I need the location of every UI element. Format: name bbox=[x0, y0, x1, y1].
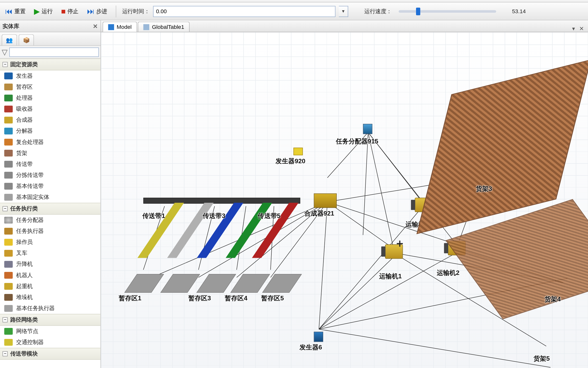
lib-item-operator[interactable]: 操作员 bbox=[0, 237, 100, 248]
lib-item-processor[interactable]: 处理器 bbox=[0, 92, 100, 103]
task-executer-icon bbox=[4, 228, 13, 235]
library-tab-objects[interactable]: 👥 bbox=[2, 34, 17, 45]
stop-icon: ■ bbox=[61, 7, 66, 15]
label-dispatcher-915: 任务分配器915 bbox=[336, 137, 378, 145]
rack-icon bbox=[4, 150, 13, 157]
close-icon[interactable]: ✕ bbox=[579, 25, 584, 32]
dispatcher-915[interactable] bbox=[363, 124, 372, 134]
queue-icon bbox=[4, 84, 13, 90]
source-920[interactable] bbox=[293, 148, 303, 155]
model-3d-view[interactable]: 传送带1 传送带3 传送带5 暂存区1 暂存区3 暂存区4 暂存区5 发生器92… bbox=[101, 32, 588, 368]
lib-item-sink[interactable]: 吸收器 bbox=[0, 104, 100, 115]
filter-row: ▽ bbox=[0, 46, 100, 58]
queue-2[interactable] bbox=[160, 274, 200, 292]
label-conveyor-3: 传送带3 bbox=[203, 212, 225, 220]
lib-item-traffic-control[interactable]: 交通控制器 bbox=[0, 337, 100, 348]
group-fixed-resources[interactable]: − 固定资源类 bbox=[0, 59, 100, 71]
library-mode-tabs: 👥 📦 bbox=[0, 32, 100, 46]
operator-icon bbox=[4, 239, 13, 246]
lib-item-combiner[interactable]: 合成器 bbox=[0, 115, 100, 126]
source-icon bbox=[4, 73, 13, 79]
lib-item-crane[interactable]: 起重机 bbox=[0, 281, 100, 292]
entity-library-panel: 实体库 ✕ 👥 📦 ▽ − 固定资源类 发生器 暂存区 处理器 吸收器 bbox=[0, 20, 101, 368]
skip-back-icon: ⏮ bbox=[5, 7, 13, 15]
stop-button[interactable]: ■ 停止 bbox=[59, 6, 81, 17]
svg-line-20 bbox=[319, 329, 550, 367]
lib-item-dispatcher[interactable]: 任务分配器 bbox=[0, 215, 100, 226]
source-6[interactable] bbox=[314, 332, 323, 342]
dispatcher-icon bbox=[4, 217, 13, 224]
lib-item-basic-conveyor[interactable]: 基本传送带 bbox=[0, 181, 100, 192]
lib-item-separator[interactable]: 分解器 bbox=[0, 126, 100, 137]
lib-item-forklift[interactable]: 叉车 bbox=[0, 248, 100, 259]
robot-icon bbox=[4, 272, 13, 279]
lib-item-robot[interactable]: 机器人 bbox=[0, 270, 100, 281]
step-label: 步进 bbox=[96, 7, 107, 15]
step-forward-icon: ⏭ bbox=[87, 7, 95, 15]
reset-label: 重置 bbox=[14, 7, 25, 15]
model-tab-icon bbox=[108, 24, 114, 30]
main-conveyor-bar[interactable] bbox=[143, 198, 300, 204]
svg-line-17 bbox=[319, 257, 394, 329]
close-icon[interactable]: ✕ bbox=[93, 23, 98, 30]
group-label: 传送带模块 bbox=[10, 350, 38, 357]
svg-line-2 bbox=[368, 132, 394, 249]
svg-line-1 bbox=[363, 132, 368, 235]
tab-globaltable1[interactable]: GlobalTable1 bbox=[138, 22, 190, 32]
label-queue-3: 暂存区3 bbox=[188, 294, 211, 303]
tab-model[interactable]: Model bbox=[103, 22, 137, 32]
combiner-921[interactable] bbox=[314, 194, 337, 208]
lib-item-asrs[interactable]: 堆垛机 bbox=[0, 292, 100, 303]
runspeed-value: 53.14 bbox=[503, 8, 526, 14]
slider-thumb[interactable] bbox=[416, 7, 420, 15]
step-button[interactable]: ⏭ 步进 bbox=[84, 6, 110, 17]
traffic-control-icon bbox=[4, 339, 13, 346]
library-tree[interactable]: − 固定资源类 发生器 暂存区 处理器 吸收器 合成器 分解器 复合处理器 货架… bbox=[0, 59, 100, 368]
basic-conveyor-icon bbox=[4, 183, 13, 190]
label-queue-4: 暂存区4 bbox=[225, 294, 247, 303]
separator bbox=[116, 5, 116, 17]
filter-icon: ▽ bbox=[2, 48, 8, 56]
workspace: Model GlobalTable1 ▾ ✕ bbox=[101, 20, 588, 368]
group-conveyor-module[interactable]: − 传送带模块 bbox=[0, 348, 100, 360]
group-travel-networks[interactable]: − 路径网络类 bbox=[0, 314, 100, 326]
reset-button[interactable]: ⏮ 重置 bbox=[2, 6, 28, 17]
group-task-executers[interactable]: − 任务执行类 bbox=[0, 203, 100, 215]
lib-item-conveyor[interactable]: 传送带 bbox=[0, 159, 100, 170]
lib-item-basic-te[interactable]: 基本任务执行器 bbox=[0, 303, 100, 314]
lib-item-elevator[interactable]: 升降机 bbox=[0, 259, 100, 270]
lib-item-merge-conveyor[interactable]: 分拣传送带 bbox=[0, 170, 100, 181]
collapse-icon: − bbox=[2, 62, 8, 67]
basic-te-icon bbox=[4, 305, 13, 312]
merge-conveyor-icon bbox=[4, 172, 13, 179]
runspeed-slider[interactable] bbox=[399, 10, 496, 12]
chevron-down-icon[interactable]: ▾ bbox=[572, 25, 575, 32]
queue-3[interactable] bbox=[196, 274, 236, 292]
lib-item-multiprocessor[interactable]: 复合处理器 bbox=[0, 137, 100, 148]
processor-icon bbox=[4, 95, 13, 101]
lib-item-task-executer[interactable]: 任务执行器 bbox=[0, 226, 100, 237]
tab-actions: ▾ ✕ bbox=[569, 25, 586, 32]
runtime-input[interactable] bbox=[153, 6, 335, 17]
lib-item-basic-fr[interactable]: 基本固定实体 bbox=[0, 192, 100, 203]
lib-item-source[interactable]: 发生器 bbox=[0, 70, 100, 81]
lib-item-queue[interactable]: 暂存区 bbox=[0, 81, 100, 92]
runtime-dropdown[interactable]: ▼ bbox=[339, 6, 348, 17]
filter-input[interactable] bbox=[9, 47, 99, 57]
flowitems-icon: 📦 bbox=[23, 37, 30, 43]
run-button[interactable]: ▶ 运行 bbox=[31, 6, 55, 17]
chevron-down-icon: ▼ bbox=[341, 9, 345, 13]
label-combiner-921: 合成器921 bbox=[304, 210, 334, 218]
network-node-icon bbox=[4, 328, 13, 335]
conveyor-icon bbox=[4, 161, 13, 168]
separator-icon bbox=[4, 128, 13, 135]
run-label: 运行 bbox=[42, 7, 53, 15]
lib-item-rack[interactable]: 货架 bbox=[0, 148, 100, 159]
lib-item-network-node[interactable]: 网络节点 bbox=[0, 326, 100, 337]
library-tab-flowitems[interactable]: 📦 bbox=[19, 34, 34, 45]
collapse-icon: − bbox=[2, 317, 8, 323]
runspeed-label: 运行速度： bbox=[364, 7, 392, 15]
objects-icon: 👥 bbox=[6, 37, 13, 43]
queue-1[interactable] bbox=[124, 274, 164, 292]
panel-title: 实体库 ✕ bbox=[0, 20, 100, 32]
